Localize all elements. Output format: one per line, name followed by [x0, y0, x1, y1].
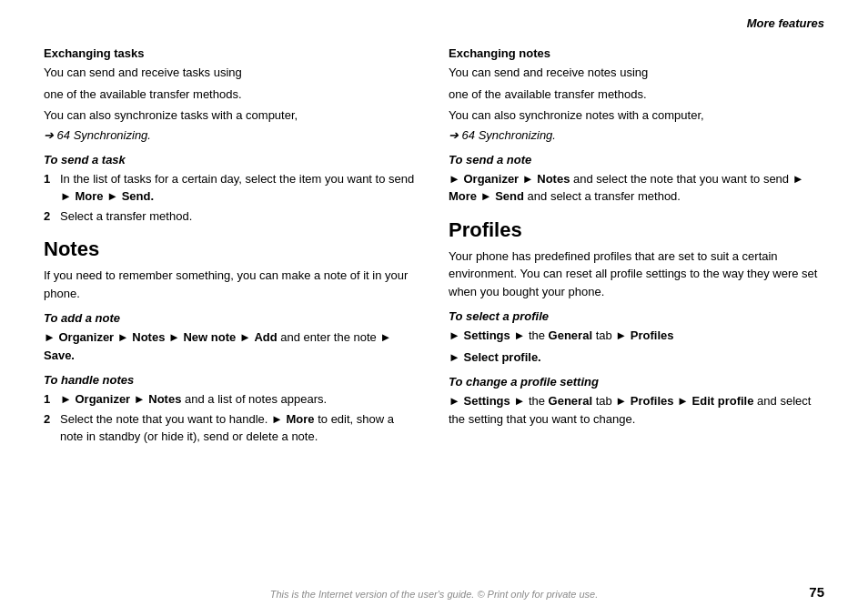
handle-step2-text: Select the note that you want to handle.… [60, 410, 419, 446]
add-note-section: To add a note ► Organizer ► Notes ► New … [44, 311, 419, 364]
notes-heading: Notes [44, 237, 419, 261]
send-note-section: To send a note ► Organizer ► Notes and s… [449, 153, 824, 206]
exchanging-notes-body1: You can send and receive notes using [449, 64, 824, 82]
exchanging-notes-body3: You can also synchronize notes with a co… [449, 106, 824, 125]
exchanging-notes-sync: ➔ 64 Synchronizing. [449, 128, 824, 142]
send-task-heading: To send a task [44, 153, 419, 167]
profiles-section: Profiles Your phone has predefined profi… [449, 218, 824, 301]
handle-notes-step1: 1 ► Organizer ► Notes and a list of note… [44, 390, 419, 409]
handle-step1-num: 1 [44, 390, 55, 409]
exchanging-tasks-body3: You can also synchronize tasks with a co… [44, 106, 419, 125]
footer-text: This is the Internet version of the user… [0, 589, 868, 600]
step1-num: 1 [44, 170, 55, 206]
exchanging-tasks-sync: ➔ 64 Synchronizing. [44, 128, 419, 142]
change-profile-heading: To change a profile setting [449, 375, 824, 389]
step2-text: Select a transfer method. [60, 207, 192, 226]
send-task-step2: 2 Select a transfer method. [44, 207, 419, 226]
send-task-section: To send a task 1 In the list of tasks fo… [44, 153, 419, 226]
profiles-body: Your phone has predefined profiles that … [449, 247, 824, 301]
send-task-step1: 1 In the list of tasks for a certain day… [44, 170, 419, 206]
select-profile-heading: To select a profile [449, 309, 824, 323]
page-header: More features [0, 0, 868, 30]
handle-notes-section: To handle notes 1 ► Organizer ► Notes an… [44, 373, 419, 446]
handle-notes-heading: To handle notes [44, 373, 419, 387]
page-number: 75 [809, 584, 824, 600]
select-profile-line2: ► Select profile. [449, 348, 824, 367]
send-note-body: ► Organizer ► Notes and select the note … [449, 170, 824, 206]
select-profile-line1: ► Settings ► the General tab ► Profiles [449, 327, 824, 345]
step1-text: In the list of tasks for a certain day, … [60, 170, 419, 206]
change-profile-section: To change a profile setting ► Settings ►… [449, 375, 824, 428]
exchanging-tasks-body2: one of the available transfer methods. [44, 86, 419, 104]
exchanging-notes-heading: Exchanging notes [449, 46, 824, 60]
content-area: Exchanging tasks You can send and receiv… [0, 30, 868, 448]
exchanging-tasks-body1: You can send and receive tasks using [44, 64, 419, 82]
right-column: Exchanging notes You can send and receiv… [449, 46, 824, 448]
exchanging-notes-body2: one of the available transfer methods. [449, 86, 824, 104]
step2-num: 2 [44, 207, 55, 226]
send-note-heading: To send a note [449, 153, 824, 167]
left-column: Exchanging tasks You can send and receiv… [44, 46, 419, 448]
change-profile-body: ► Settings ► the General tab ► Profiles … [449, 392, 824, 428]
exchanging-tasks-section: Exchanging tasks You can send and receiv… [44, 46, 419, 142]
exchanging-notes-section: Exchanging notes You can send and receiv… [449, 46, 824, 142]
notes-body: If you need to remember something, you c… [44, 267, 419, 302]
handle-notes-step2: 2 Select the note that you want to handl… [44, 410, 419, 446]
exchanging-tasks-heading: Exchanging tasks [44, 46, 419, 60]
notes-section: Notes If you need to remember something,… [44, 237, 419, 302]
profiles-heading: Profiles [449, 218, 824, 242]
select-profile-section: To select a profile ► Settings ► the Gen… [449, 309, 824, 366]
add-note-body: ► Organizer ► Notes ► New note ► Add and… [44, 328, 419, 364]
handle-step2-num: 2 [44, 410, 55, 446]
add-note-heading: To add a note [44, 311, 419, 325]
handle-step1-text: ► Organizer ► Notes and a list of notes … [60, 390, 327, 409]
